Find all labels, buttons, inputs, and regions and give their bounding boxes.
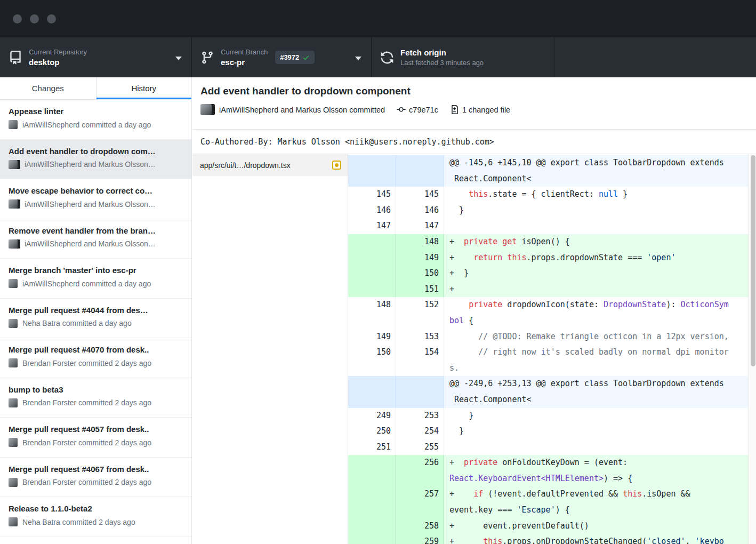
diff-line: 145145 this.state = { clientRect: null } <box>348 187 756 203</box>
diff-code: @@ -249,6 +253,13 @@ export class Toolba… <box>444 376 756 407</box>
commit-meta: iAmWillShepherd and Markus Olsson commit… <box>200 104 756 115</box>
commit-list-item[interactable]: Merge branch 'master' into esc-priAmWill… <box>0 259 191 299</box>
commit-list-item[interactable]: Merge pull request #4067 from desk..Bren… <box>0 458 191 498</box>
diff-code <box>444 439 756 455</box>
committer-avatars <box>200 104 214 115</box>
avatar <box>9 358 18 367</box>
diff-code: this.state = { clientRect: null } <box>444 187 756 203</box>
chevron-down-icon <box>175 57 182 60</box>
fetch-origin-title: Fetch origin <box>400 48 484 57</box>
diff-code: + if (!event.defaultPrevented && this.is… <box>444 486 756 518</box>
avatar <box>9 478 18 487</box>
chevron-down-icon <box>355 57 361 60</box>
old-line-number: 147 <box>348 218 396 234</box>
check-icon <box>302 54 310 61</box>
commit-item-title: Merge pull request #4067 from desk.. <box>9 463 183 475</box>
diff-scrollbar-thumb[interactable] <box>751 155 755 366</box>
commit-list-item[interactable]: Appease linteriAmWillShepherd committed … <box>0 100 191 140</box>
commit-item-title: Remove event handler from the bran… <box>9 225 183 236</box>
commit-detail: Add event handler to dropdown component … <box>192 77 756 544</box>
diff-line: 256+ private onFoldoutKeyDown = (event: … <box>348 455 756 486</box>
new-line-number <box>396 376 444 407</box>
sidebar-tabs: Changes History <box>0 77 191 100</box>
commit-list-item[interactable]: Merge pull request #4071 from d… <box>0 537 191 544</box>
current-repository-button[interactable]: Current Repository desktop <box>0 37 192 77</box>
new-line-number: 150 <box>396 266 444 282</box>
old-line-number: 251 <box>348 439 396 455</box>
commit-list-item[interactable]: Remove event handler from the bran…iAmWi… <box>0 219 191 259</box>
window-controls <box>13 14 56 23</box>
modified-file-icon <box>332 161 341 170</box>
diff-code: + event.preventDefault() <box>444 518 756 534</box>
diff-code: } <box>444 203 756 219</box>
changed-files-panel: app/src/ui/t…/dropdown.tsx <box>192 154 348 544</box>
diff-line: 250254 } <box>348 423 756 439</box>
pull-request-badge[interactable]: #3972 <box>275 51 315 64</box>
diff-code: } <box>444 408 756 424</box>
avatar <box>9 319 18 328</box>
diff-code: // @TODO: Remake triangle octicon in a 1… <box>444 329 756 345</box>
commit-list-item[interactable]: Merge pull request #4070 from desk..Bren… <box>0 338 191 378</box>
changed-files-count: 1 changed file <box>462 106 510 114</box>
avatar <box>9 517 18 526</box>
commit-item-title: Release to 1.1.0-beta2 <box>9 503 183 514</box>
commit-item-meta: iAmWillShepherd and Markus Olsson… <box>9 239 183 249</box>
file-diff-icon <box>450 105 459 114</box>
tab-changes[interactable]: Changes <box>0 77 96 99</box>
avatar <box>9 239 20 249</box>
old-line-number <box>348 282 396 298</box>
pull-request-number: #3972 <box>280 53 299 61</box>
commit-list-item[interactable]: bump to beta3Brendan Forster committed 2… <box>0 378 191 418</box>
new-line-number: 254 <box>396 423 444 439</box>
window-close-button[interactable] <box>13 14 22 23</box>
diff-line: 258+ event.preventDefault() <box>348 518 756 534</box>
avatar <box>9 120 18 129</box>
diff-line: 249253 } <box>348 408 756 424</box>
diff-code: private dropdownIcon(state: DropdownStat… <box>444 297 756 329</box>
toolbar-spacer <box>554 37 756 77</box>
window-minimize-button[interactable] <box>30 14 39 23</box>
avatar <box>9 398 18 407</box>
new-line-number: 255 <box>396 439 444 455</box>
fetch-origin-button[interactable]: Fetch origin Last fetched 3 minutes ago <box>372 37 554 77</box>
diff-hunk-header: @@ -145,6 +145,10 @@ export class Toolba… <box>348 155 756 187</box>
old-line-number <box>348 534 396 544</box>
diff-hunk-header: @@ -249,6 +253,13 @@ export class Toolba… <box>348 376 756 407</box>
old-line-number <box>348 455 396 486</box>
commit-item-meta: iAmWillShepherd committed a day ago <box>9 279 183 288</box>
new-line-number: 257 <box>396 486 444 518</box>
avatar <box>9 279 18 288</box>
diff-code: + } <box>444 266 756 282</box>
old-line-number <box>348 518 396 534</box>
new-line-number: 256 <box>396 455 444 486</box>
commit-item-meta: Brendan Forster committed 2 days ago <box>9 438 183 447</box>
commit-list-item[interactable]: Release to 1.1.0-beta2Neha Batra committ… <box>0 497 191 537</box>
new-line-number: 151 <box>396 282 444 298</box>
commit-item-meta: Neha Batra committed a day ago <box>9 319 183 328</box>
diff-scrollbar[interactable] <box>749 154 756 544</box>
commit-list-item[interactable]: Add event handler to dropdown com…iAmWil… <box>0 140 191 180</box>
sync-icon <box>380 51 394 65</box>
file-row[interactable]: app/src/ui/t…/dropdown.tsx <box>192 154 348 176</box>
avatar <box>200 104 212 115</box>
commit-content: app/src/ui/t…/dropdown.tsx @@ -145,6 +14… <box>192 154 756 544</box>
old-line-number <box>348 376 396 407</box>
committer-names: iAmWillShepherd and Markus Olsson commit… <box>219 106 385 114</box>
diff-code: + private get isOpen() { <box>444 234 756 250</box>
diff-code: // right now it's scaled badly on normal… <box>444 345 756 376</box>
new-line-number <box>396 155 444 187</box>
old-line-number: 250 <box>348 423 396 439</box>
diff-code: + private onFoldoutKeyDown = (event: Rea… <box>444 455 756 486</box>
commit-list-item[interactable]: Merge pull request #4057 from desk..Bren… <box>0 418 191 458</box>
repo-icon <box>9 51 22 65</box>
diff-line: 257+ if (!event.defaultPrevented && this… <box>348 486 756 518</box>
old-line-number: 146 <box>348 203 396 219</box>
commit-title: Add event handler to dropdown component <box>200 85 756 97</box>
commit-list-item[interactable]: Move escape behavior to correct co…iAmWi… <box>0 179 191 219</box>
diff-code: } <box>444 423 756 439</box>
commit-list-item[interactable]: Merge pull request #4044 from des…Neha B… <box>0 299 191 339</box>
diff-code: + return this.props.dropdownState === 'o… <box>444 250 756 266</box>
window-zoom-button[interactable] <box>47 14 56 23</box>
tab-history[interactable]: History <box>96 77 192 99</box>
current-branch-button[interactable]: Current Branch esc-pr #3972 <box>192 37 372 77</box>
